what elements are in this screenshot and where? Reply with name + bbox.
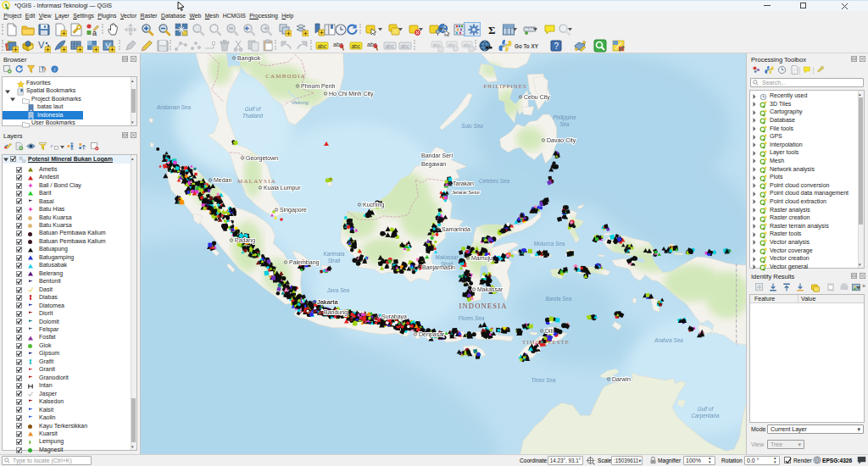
svg-text:abc: abc: [433, 42, 441, 47]
svg-text:Flores Sea: Flores Sea: [459, 315, 485, 321]
svg-text:Tarakan: Tarakan: [453, 180, 474, 186]
svg-text:Thailand: Thailand: [242, 113, 264, 119]
svg-text:Makassar: Makassar: [435, 254, 459, 260]
svg-text:Arafura Sea: Arafura Sea: [654, 337, 683, 343]
svg-text:PHILIPPINES: PHILIPPINES: [483, 83, 526, 89]
svg-text:Darwin: Darwin: [612, 376, 631, 382]
svg-text:Medan: Medan: [214, 177, 232, 183]
svg-text:MALAYSIA: MALAYSIA: [237, 178, 276, 185]
svg-text:Georgetown: Georgetown: [246, 155, 278, 162]
svg-text:Mamuju: Mamuju: [471, 255, 492, 262]
svg-text:Timor Sea: Timor Sea: [531, 377, 556, 383]
svg-text:Kuala Lumpur: Kuala Lumpur: [264, 185, 301, 191]
svg-text:?: ?: [554, 42, 559, 51]
svg-text:Kuching: Kuching: [363, 202, 384, 208]
svg-text:Makassar: Makassar: [477, 286, 504, 292]
svg-text:Sea: Sea: [559, 121, 570, 127]
svg-text:abc: abc: [318, 43, 327, 49]
svg-text:Denpasar: Denpasar: [419, 331, 445, 338]
svg-text:TIMOR-LESTE: TIMOR-LESTE: [522, 339, 570, 345]
svg-text:abc: abc: [401, 43, 410, 49]
svg-text:Gulf of: Gulf of: [698, 406, 715, 412]
svg-text:Andaman Sea: Andaman Sea: [156, 104, 191, 110]
svg-text:V: V: [38, 40, 45, 50]
svg-text:Davao City: Davao City: [547, 137, 576, 144]
svg-text:Phnom Penh: Phnom Penh: [301, 83, 336, 89]
svg-text:Bandar Seri: Bandar Seri: [421, 153, 453, 158]
svg-text:Samarinda: Samarinda: [442, 226, 470, 232]
svg-text:Sulu Sea: Sulu Sea: [461, 123, 483, 129]
svg-text:Carpentaria: Carpentaria: [692, 413, 720, 419]
svg-text:Padang: Padang: [235, 237, 255, 244]
svg-text:Palembang: Palembang: [289, 259, 320, 266]
svg-text:Java Sea: Java Sea: [326, 287, 350, 293]
svg-text:Banda Sea: Banda Sea: [545, 296, 572, 302]
svg-text:Molucca Sea: Molucca Sea: [534, 241, 565, 247]
svg-text:Mekong: Mekong: [292, 100, 309, 105]
svg-text:Strait: Strait: [328, 258, 341, 264]
svg-text:Surabaya: Surabaya: [381, 313, 407, 320]
svg-text:Bandung: Bandung: [324, 309, 348, 316]
svg-text:CAMBODIA: CAMBODIA: [265, 73, 306, 80]
svg-text:abc: abc: [464, 42, 471, 47]
svg-text:Dili: Dili: [545, 328, 554, 334]
svg-text:Jelarai Selor: Jelarai Selor: [452, 190, 480, 195]
svg-text:Strait: Strait: [441, 261, 453, 267]
svg-text:abc: abc: [386, 43, 395, 49]
svg-text:ε: ε: [51, 142, 53, 148]
svg-text:Cebu City: Cebu City: [524, 94, 550, 101]
svg-text:Σ: Σ: [488, 24, 496, 36]
svg-text:INDONESIA: INDONESIA: [459, 302, 507, 310]
svg-text:Jakarta: Jakarta: [317, 299, 338, 305]
svg-text:Karimata: Karimata: [323, 251, 345, 257]
svg-text:Begawan: Begawan: [421, 161, 446, 168]
svg-text:Bangkok: Bangkok: [237, 55, 261, 62]
svg-text:Ho Chi Minh City: Ho Chi Minh City: [329, 91, 374, 97]
svg-text:Celebes Sea: Celebes Sea: [479, 178, 510, 184]
svg-text:Gulf of: Gulf of: [245, 106, 262, 112]
svg-text:Philippine: Philippine: [553, 114, 576, 121]
svg-text:abc: abc: [352, 43, 361, 49]
svg-text:Singapore: Singapore: [280, 207, 307, 214]
svg-text:i: i: [53, 66, 55, 72]
